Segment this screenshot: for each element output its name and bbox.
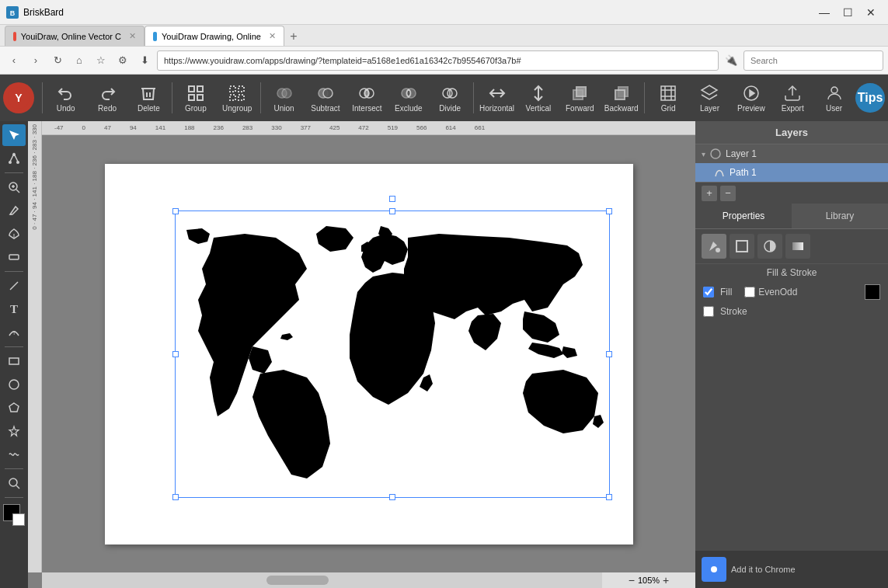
export-button[interactable]: Export xyxy=(773,78,813,118)
background-swatch[interactable] xyxy=(12,513,25,526)
tab-1[interactable]: YouiDraw, Online Vector C ✕ xyxy=(5,26,145,46)
zoom-tool[interactable] xyxy=(2,472,26,494)
redo-button[interactable]: Redo xyxy=(87,78,127,118)
canvas-content[interactable] xyxy=(42,135,695,572)
scrollbar-thumb[interactable] xyxy=(266,576,329,585)
minimize-button[interactable]: — xyxy=(813,2,835,23)
canvas-area[interactable]: -47 0 47 94 141 188 236 283 330 377 425 … xyxy=(28,121,695,588)
layer-1-item[interactable]: ▾ Layer 1 xyxy=(695,144,888,163)
remove-layer-button[interactable]: − xyxy=(720,186,736,201)
canvas-paper[interactable] xyxy=(105,164,633,545)
preview-button[interactable]: Preview xyxy=(731,78,771,118)
layer-button[interactable]: Layer xyxy=(690,78,730,118)
color-swatch-group[interactable] xyxy=(3,504,25,526)
exclude-button[interactable]: Exclude xyxy=(388,78,428,118)
fill-row: Fill EvenOdd xyxy=(695,281,888,303)
add-layer-button[interactable]: + xyxy=(702,186,717,201)
settings-button[interactable]: ⚙ xyxy=(113,51,132,70)
undo-button[interactable]: Undo xyxy=(46,78,85,118)
close-button[interactable]: ✕ xyxy=(860,2,882,23)
pencil-tool[interactable] xyxy=(2,200,26,221)
back-button[interactable]: ‹ xyxy=(5,51,23,70)
tips-button[interactable]: Tips xyxy=(855,83,885,113)
backward-button[interactable]: Backward xyxy=(601,78,641,118)
star-tool[interactable] xyxy=(2,420,26,442)
opacity-props-button[interactable] xyxy=(757,234,782,259)
ungroup-button[interactable]: Ungroup xyxy=(218,78,257,118)
home-button[interactable]: ⌂ xyxy=(70,51,89,70)
text-tool[interactable]: T xyxy=(2,298,26,320)
freehand-tool[interactable] xyxy=(2,444,26,465)
fill-color-swatch[interactable] xyxy=(865,284,880,300)
even-odd-checkbox[interactable] xyxy=(744,287,755,297)
scrollbar-bottom[interactable] xyxy=(42,572,602,588)
app-title: BriskBard xyxy=(23,7,64,18)
left-toolbar: T T xyxy=(0,121,28,588)
polygon-tool[interactable] xyxy=(2,397,26,419)
forward-button[interactable]: › xyxy=(26,51,45,70)
search-input[interactable] xyxy=(743,50,883,71)
group-button[interactable]: Group xyxy=(176,78,215,118)
bookmarks-button[interactable]: ☆ xyxy=(92,51,110,70)
union-button[interactable]: Union xyxy=(264,78,304,118)
ruler-left: 0 · 47 · 94 · 141 · 188 · 236 · 283 · 33… xyxy=(28,121,42,572)
svg-rect-61 xyxy=(792,242,803,250)
forward-button[interactable]: Forward xyxy=(560,78,600,118)
grid-button[interactable]: Grid xyxy=(648,78,688,118)
user-button[interactable]: User xyxy=(814,78,854,118)
node-tool[interactable] xyxy=(2,148,26,169)
toolbar-sep-3 xyxy=(260,82,261,113)
select-tool[interactable] xyxy=(2,124,26,146)
subtract-button[interactable]: Subtract xyxy=(305,78,345,118)
svg-rect-59 xyxy=(737,241,747,252)
handle-top-mid[interactable] xyxy=(389,196,395,202)
stroke-props-button[interactable] xyxy=(730,234,754,259)
divide-button[interactable]: Divide xyxy=(430,78,469,118)
gradient-icon xyxy=(791,239,805,253)
zoom-in-tool[interactable] xyxy=(2,176,26,198)
maximize-button[interactable]: ☐ xyxy=(837,2,858,23)
zoom-plus-button[interactable]: + xyxy=(663,574,669,586)
tab-1-close[interactable]: ✕ xyxy=(129,31,136,41)
svg-point-52 xyxy=(9,380,19,389)
intersect-button[interactable]: Intersect xyxy=(347,78,387,118)
zoom-minus-button[interactable]: − xyxy=(629,574,635,586)
rect-icon xyxy=(8,355,20,367)
pen-tool[interactable] xyxy=(2,223,26,245)
tabs-bar: YouiDraw, Online Vector C ✕ YouiDraw Dra… xyxy=(0,25,888,47)
stroke-checkbox[interactable] xyxy=(703,306,714,317)
fill-props-button[interactable] xyxy=(702,234,726,259)
fill-checkbox[interactable] xyxy=(703,287,714,297)
tab-2[interactable]: YouiDraw Drawing, Online ✕ xyxy=(145,26,284,46)
extensions-button[interactable]: 🔌 xyxy=(722,51,740,70)
svg-rect-51 xyxy=(9,358,19,364)
circle-tool[interactable] xyxy=(2,374,26,395)
path-1-item[interactable]: Path 1 xyxy=(695,163,888,182)
vertical-button[interactable]: Vertical xyxy=(518,78,558,118)
stroke-icon xyxy=(735,239,749,253)
svg-point-13 xyxy=(282,89,291,98)
rect-tool[interactable] xyxy=(2,350,26,372)
properties-tab[interactable]: Properties xyxy=(695,204,792,228)
url-input[interactable] xyxy=(157,50,719,71)
browser-bar: ‹ › ↻ ⌂ ☆ ⚙ ⬇ 🔌 xyxy=(0,47,888,75)
exclude-icon xyxy=(399,84,418,103)
polygon-icon xyxy=(8,402,20,414)
right-panel: Layers ▾ Layer 1 Path 1 + − xyxy=(695,121,888,588)
text-on-path-tool[interactable]: T xyxy=(2,322,26,343)
download-button[interactable]: ⬇ xyxy=(135,51,154,70)
ruler-tick: 330 xyxy=(262,124,291,131)
library-tab[interactable]: Library xyxy=(792,204,888,228)
left-sep-4 xyxy=(5,468,23,469)
new-tab-button[interactable]: + xyxy=(284,27,303,46)
eraser-tool[interactable] xyxy=(2,246,26,268)
refresh-button[interactable]: ↻ xyxy=(48,51,67,70)
stroke-label: Stroke xyxy=(720,306,747,317)
svg-point-58 xyxy=(716,248,720,252)
tab-2-close[interactable]: ✕ xyxy=(269,31,276,41)
delete-button[interactable]: Delete xyxy=(129,78,169,118)
line-tool[interactable] xyxy=(2,275,26,297)
backward-icon xyxy=(612,84,631,103)
horizontal-button[interactable]: Horizontal xyxy=(477,78,517,118)
gradient-props-button[interactable] xyxy=(785,234,810,259)
